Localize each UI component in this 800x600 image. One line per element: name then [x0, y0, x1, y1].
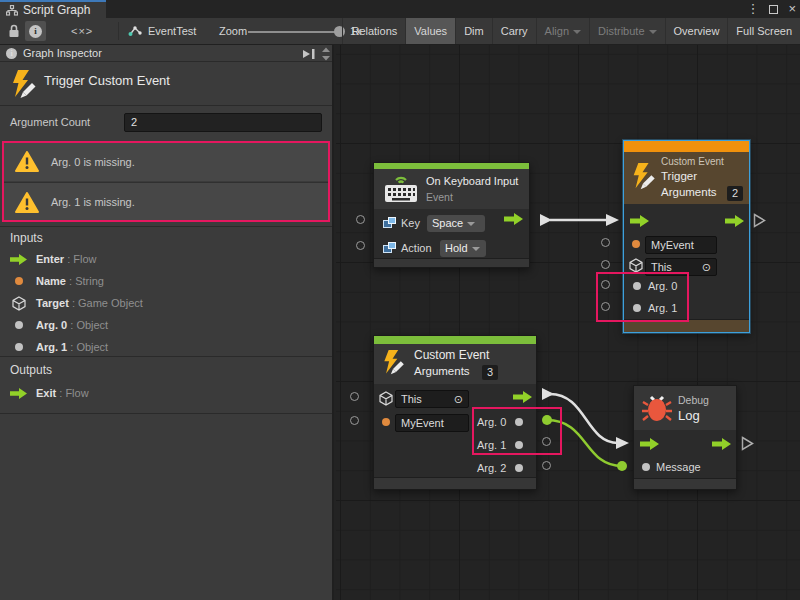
arguments-count-badge: 2	[727, 186, 743, 201]
target-field[interactable]: This ⊙	[395, 390, 469, 408]
overview-button[interactable]: Overview	[665, 18, 728, 44]
gameobject-port-icon[interactable]	[379, 391, 393, 406]
trigger-custom-event-icon	[8, 69, 38, 101]
wire-custom-to-debug-flow[interactable]	[542, 388, 629, 449]
event-name-field[interactable]: MyEvent	[645, 236, 717, 254]
object-port-icon[interactable]	[633, 304, 641, 312]
string-port-icon[interactable]	[382, 418, 390, 426]
window-tab-bar: Script Graph ⋮ ×	[0, 0, 800, 18]
node-color-bar	[374, 336, 536, 344]
wire-arg0-to-message[interactable]	[542, 415, 627, 471]
node-title-line2: Arguments	[661, 186, 717, 198]
action-label: Action	[401, 242, 432, 254]
message-label: Message	[656, 461, 701, 473]
object-picker-icon[interactable]: ⊙	[454, 391, 463, 407]
custom-event-icon	[380, 348, 406, 378]
tab-script-graph[interactable]: Script Graph	[0, 0, 106, 18]
unit-title: Trigger Custom Event	[44, 73, 170, 88]
arg-label: Arg. 2	[477, 462, 506, 474]
object-port-icon[interactable]	[515, 464, 523, 472]
port-trigger-arg1-input[interactable]	[601, 302, 610, 311]
node-header: Custom Event Arguments 3	[374, 344, 536, 384]
keyboard-event-icon	[383, 172, 419, 204]
divider	[0, 105, 332, 106]
bug-icon	[642, 392, 672, 424]
input-row: Target : Game Object	[10, 295, 143, 311]
argument-count-label: Argument Count	[10, 116, 90, 128]
inspector-header-title: Graph Inspector	[23, 47, 102, 59]
object-picker-icon[interactable]: ⊙	[702, 259, 711, 275]
inspector-toggle-button[interactable]: i	[25, 21, 46, 41]
window-maximize-icon[interactable]	[769, 5, 778, 14]
graph-asset-icon	[128, 25, 142, 37]
flow-output-port[interactable]	[504, 213, 524, 225]
distribute-button[interactable]: Distribute	[589, 18, 664, 44]
port-keyboard-key-input[interactable]	[356, 215, 365, 224]
dim-button[interactable]: Dim	[455, 18, 492, 44]
event-name-field[interactable]: MyEvent	[395, 414, 469, 432]
input-row: Name : String	[10, 273, 104, 289]
action-dropdown[interactable]: Hold	[440, 240, 486, 257]
graph-canvas[interactable]: On Keyboard Input Event Key Space Action…	[336, 45, 800, 600]
node-on-keyboard-input[interactable]: On Keyboard Input Event Key Space Action…	[373, 162, 530, 268]
align-button[interactable]: Align	[536, 18, 589, 44]
port-custom-name-input[interactable]	[350, 416, 359, 425]
arg-label: Arg. 0	[648, 280, 677, 292]
port-debug-exit-output[interactable]	[741, 436, 754, 451]
node-title-line2: Arguments	[414, 365, 470, 377]
chevron-down-icon	[573, 30, 581, 34]
port-trigger-arg0-input[interactable]	[601, 280, 610, 289]
window-menu-icon[interactable]: ⋮	[746, 0, 759, 18]
flow-port-icon	[10, 388, 28, 399]
port-keyboard-action-input[interactable]	[356, 241, 365, 250]
target-field[interactable]: This ⊙	[645, 258, 717, 276]
flow-output-port[interactable]	[712, 438, 732, 450]
object-port-icon[interactable]	[515, 441, 523, 449]
node-title: Custom Event	[414, 348, 489, 362]
graph-name-label[interactable]: EventTest	[148, 18, 196, 44]
relations-button[interactable]: Relations	[342, 18, 405, 44]
node-title: On Keyboard Input	[426, 175, 518, 187]
node-custom-event[interactable]: Custom Event Arguments 3 This ⊙ MyEvent …	[373, 335, 537, 490]
panel-scroll-arrows-icon[interactable]	[322, 47, 330, 61]
node-footer	[634, 478, 736, 489]
node-title: Log	[678, 408, 700, 423]
zoom-slider-track[interactable]	[248, 31, 338, 33]
flow-port-icon	[10, 254, 28, 265]
fullscreen-button[interactable]: Full Screen	[727, 18, 800, 44]
carry-button[interactable]: Carry	[492, 18, 536, 44]
node-debug-log[interactable]: Debug Log Message	[633, 385, 737, 490]
string-port-icon	[15, 277, 23, 285]
tab-title: Script Graph	[23, 3, 90, 17]
object-port-icon[interactable]	[515, 418, 523, 426]
port-trigger-exit-output[interactable]	[753, 213, 766, 228]
zoom-label: Zoom	[219, 18, 247, 44]
port-custom-target-input[interactable]	[350, 392, 359, 401]
object-port-icon[interactable]	[642, 463, 650, 471]
port-trigger-target-input[interactable]	[601, 260, 610, 269]
port-custom-arg2-output[interactable]	[542, 461, 551, 470]
window-close-icon[interactable]: ×	[788, 0, 796, 18]
lock-icon[interactable]	[8, 24, 20, 38]
flow-input-port[interactable]	[640, 438, 660, 450]
input-row: Arg. 0 : Object	[10, 317, 108, 333]
flow-input-port[interactable]	[630, 215, 650, 227]
arg-label: Arg. 0	[477, 416, 506, 428]
wire-keyboard-to-trigger[interactable]	[540, 214, 619, 226]
argument-count-field[interactable]: 2	[124, 113, 322, 132]
port-trigger-name-input[interactable]	[601, 238, 610, 247]
unity-script-graph-window: Script Graph ⋮ × i <×> EventTest Zoom 1x…	[0, 0, 800, 600]
input-row: Arg. 1 : Object	[10, 339, 108, 355]
flow-output-port[interactable]	[725, 215, 745, 227]
node-trigger-custom-event[interactable]: Custom Event Trigger Arguments 2 MyEvent…	[623, 140, 750, 333]
values-button[interactable]: Values	[405, 18, 455, 44]
string-port-icon[interactable]	[632, 240, 640, 248]
inputs-heading: Inputs	[10, 231, 43, 245]
flow-output-port[interactable]	[513, 391, 533, 403]
dock-panel-icon[interactable]	[301, 48, 316, 60]
gameobject-port-icon[interactable]	[629, 258, 643, 273]
object-port-icon[interactable]	[633, 282, 641, 290]
code-view-icon[interactable]: <×>	[71, 18, 93, 44]
port-custom-arg1-output[interactable]	[542, 437, 551, 446]
key-dropdown[interactable]: Space	[427, 215, 485, 232]
